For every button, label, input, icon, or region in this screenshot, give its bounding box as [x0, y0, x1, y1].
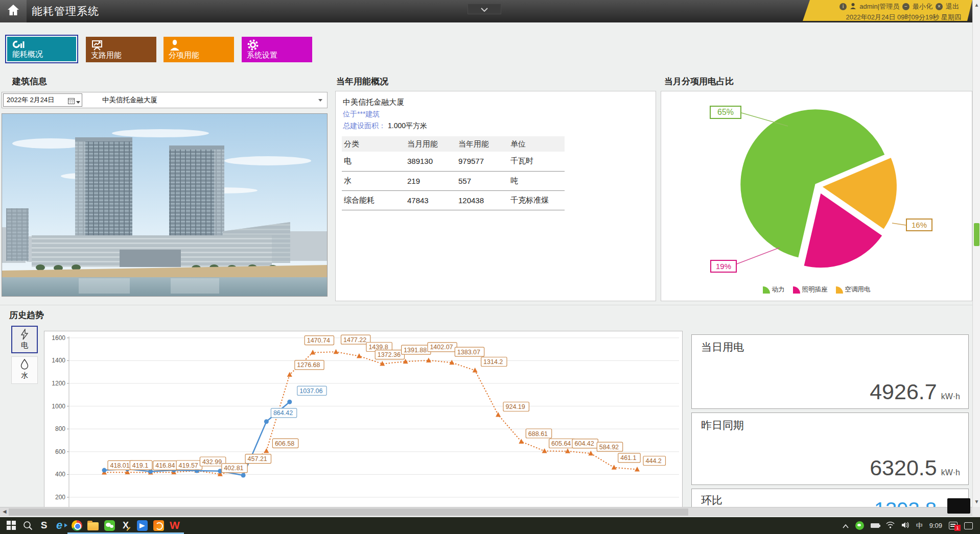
search-icon[interactable]: [21, 519, 34, 531]
cell: 120438: [456, 190, 508, 210]
cell: 219: [405, 171, 456, 190]
col-year: 当年用能: [456, 136, 508, 152]
legend-label: 照明插座: [802, 285, 828, 294]
teambition-icon[interactable]: [136, 519, 148, 531]
logout-label[interactable]: 退出: [946, 2, 959, 11]
wps-icon[interactable]: W: [169, 519, 181, 531]
svg-text:1391.88: 1391.88: [404, 347, 427, 354]
titlebar: 能耗管理系统 i admin|管理员 − 最小化 × 退出 2022年02月24…: [0, 0, 980, 22]
legend-label: 动力: [772, 285, 785, 294]
vertical-scrollbar[interactable]: ▲ ▼: [972, 0, 980, 517]
notification-icon[interactable]: 1: [949, 522, 958, 529]
home-icon: [7, 4, 20, 19]
xshell-icon[interactable]: X: [120, 519, 132, 531]
table-row: 水 219 557 吨: [342, 171, 565, 190]
home-button[interactable]: [0, 0, 27, 22]
info-icon[interactable]: i: [839, 3, 847, 10]
collapse-button[interactable]: [468, 4, 501, 14]
system-tray: 中 9:09 1: [843, 517, 973, 534]
minimize-icon[interactable]: −: [902, 3, 909, 10]
pie-section-heading: 当月分项用电占比: [664, 76, 734, 87]
sogou-icon[interactable]: S: [38, 519, 50, 531]
droplet-icon: [20, 363, 29, 372]
nav-tile-energy-overview[interactable]: 能耗概况: [5, 35, 78, 63]
minimize-label[interactable]: 最小化: [913, 2, 932, 11]
orange-app-icon[interactable]: [152, 519, 165, 531]
scroll-left-icon[interactable]: ◄: [1, 507, 9, 517]
table-row: 综合能耗 47843 120438 千克标准煤: [342, 190, 565, 210]
energy-dashboard: 能耗管理系统 i admin|管理员 − 最小化 × 退出 2022年02月24…: [0, 0, 980, 534]
energy-table: 分类 当月用能 当年用能 单位 电 389130 979577 千瓦时 水 21…: [342, 136, 565, 210]
trend-chart-svg: 2004006008001000120014001600418.01419.14…: [44, 331, 682, 507]
svg-text:432.99: 432.99: [202, 458, 222, 466]
tray-wechat-icon[interactable]: [855, 521, 864, 530]
area-label: 总建设面积：: [343, 122, 386, 130]
building-selector[interactable]: 2022年 2月24日 中美信托金融大厦: [2, 92, 328, 108]
building-dropdown-icon[interactable]: [318, 99, 322, 102]
clock[interactable]: 9:09: [929, 522, 942, 529]
svg-text:604.42: 604.42: [575, 440, 594, 447]
nav-tile-branch-energy[interactable]: 支路用能: [86, 37, 156, 62]
stat-value: 6320.5: [870, 455, 937, 480]
svg-text:461.1: 461.1: [620, 454, 636, 462]
nav-label: 系统设置: [247, 51, 277, 60]
cell: 吨: [508, 171, 565, 190]
ie-icon[interactable]: e: [53, 519, 65, 531]
stat-card-today: 当日用电 4926.7 kW·h: [691, 334, 969, 409]
svg-text:416.84: 416.84: [155, 462, 175, 469]
horizontal-scroll-thumb[interactable]: [9, 508, 688, 516]
cell: 47843: [405, 190, 456, 210]
trend-electric-button[interactable]: 电: [11, 326, 38, 353]
scroll-up-icon[interactable]: ▲: [973, 1, 980, 9]
year-overview-panel: 中美信托金融大厦 位于***建筑 总建设面积：1.000平方米 分类 当月用能 …: [335, 91, 656, 301]
app-title: 能耗管理系统: [32, 0, 99, 22]
svg-text:924.19: 924.19: [506, 403, 525, 410]
nav-tile-category-energy[interactable]: 分项用能: [164, 37, 234, 62]
date-dropdown-icon[interactable]: [76, 101, 80, 104]
svg-text:1276.68: 1276.68: [297, 361, 320, 369]
action-center-icon[interactable]: [964, 522, 973, 529]
svg-text:1600: 1600: [52, 334, 65, 342]
horizontal-scrollbar[interactable]: ◄ ►: [0, 507, 972, 516]
file-explorer-icon[interactable]: [87, 519, 99, 531]
water-label: 水: [12, 371, 37, 380]
svg-text:1314.2: 1314.2: [483, 358, 503, 366]
svg-text:1402.07: 1402.07: [430, 344, 453, 351]
start-button[interactable]: [5, 519, 17, 531]
tray-chevron-up-icon[interactable]: [843, 521, 849, 530]
ime-indicator[interactable]: 中: [916, 521, 923, 530]
section-divider: [0, 305, 980, 305]
chrome-icon[interactable]: [71, 519, 83, 531]
wifi-icon[interactable]: [886, 521, 895, 530]
nav-tile-settings[interactable]: 系统设置: [242, 37, 312, 62]
cell: 综合能耗: [342, 190, 405, 210]
date-picker[interactable]: 2022年 2月24日: [3, 93, 82, 107]
wechat-icon[interactable]: [103, 519, 115, 531]
cell: 557: [456, 171, 508, 190]
user-icon: [850, 3, 856, 11]
stat-title: 环比: [701, 493, 722, 507]
cell: 千克标准煤: [508, 190, 565, 210]
overview-building-name: 中美信托金融大厦: [343, 98, 404, 107]
lightning-icon: [20, 333, 29, 342]
svg-text:1400: 1400: [52, 357, 65, 364]
pie-callout-lighting: 19%: [710, 260, 737, 273]
scroll-down-icon[interactable]: ▼: [973, 498, 980, 506]
volume-icon[interactable]: [901, 521, 909, 530]
trend-water-button[interactable]: 水: [11, 356, 38, 384]
logout-icon[interactable]: ×: [936, 3, 943, 10]
stat-value: 4926.7: [870, 379, 937, 404]
overview-area: 总建设面积：1.000平方米: [343, 122, 427, 131]
cell: 电: [342, 152, 405, 171]
svg-text:1200: 1200: [52, 380, 65, 387]
trend-chart-panel: 2004006008001000120014001600418.01419.14…: [44, 331, 683, 508]
cell: 389130: [405, 152, 456, 171]
svg-text:1383.07: 1383.07: [457, 349, 480, 356]
svg-text:1439.8: 1439.8: [368, 344, 388, 351]
legend-swatch-hvac: [836, 286, 843, 294]
pie-callout-hvac: 16%: [906, 219, 932, 231]
svg-text:419.57: 419.57: [179, 462, 198, 469]
battery-icon[interactable]: [871, 523, 879, 528]
svg-text:1477.22: 1477.22: [343, 336, 366, 344]
vertical-scroll-thumb[interactable]: [974, 223, 979, 246]
